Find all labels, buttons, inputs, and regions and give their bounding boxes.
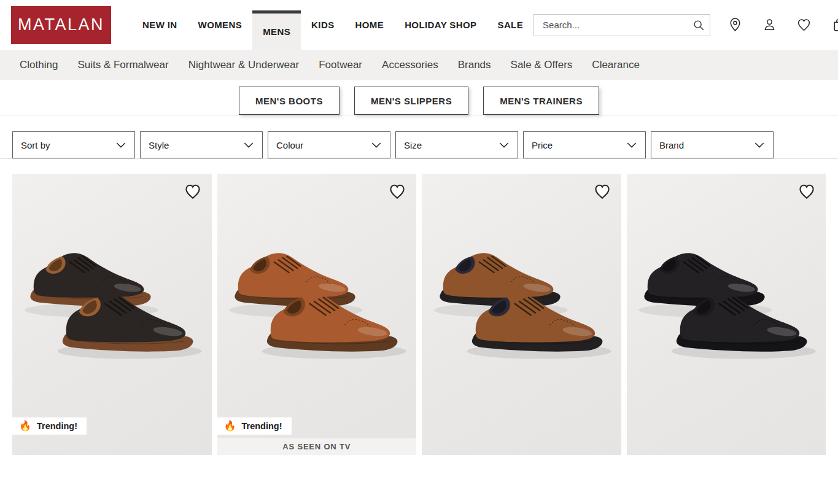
subnav-item-clearance[interactable]: Clearance (582, 59, 650, 71)
product-card-2[interactable]: 🔥 Trending! AS SEEN ON TV (217, 174, 417, 455)
wishlist-heart-button[interactable] (388, 182, 408, 201)
filter-dropdown-size[interactable]: Size (395, 131, 518, 158)
category-button-men-s-trainers[interactable]: MEN'S TRAINERS (483, 87, 599, 115)
category-button-row: MEN'S BOOTSMEN'S SLIPPERSMEN'S TRAINERS (0, 87, 838, 115)
brogue-shoes-image (20, 241, 204, 360)
trending-badge: 🔥 Trending! (217, 417, 292, 435)
chevron-down-icon (755, 142, 764, 148)
subnav-item-accessories[interactable]: Accessories (372, 59, 448, 71)
heart-icon (797, 182, 816, 201)
filter-label: Price (532, 140, 553, 150)
filter-dropdown-style[interactable]: Style (140, 131, 263, 158)
subnav-item-clothing[interactable]: Clothing (10, 59, 68, 71)
subnav-item-sale-offers[interactable]: Sale & Offers (501, 59, 583, 71)
site-header: MATALAN NEW INWOMENSMENSKIDSHOMEHOLIDAY … (0, 0, 838, 50)
account-button[interactable] (762, 17, 778, 33)
divider (0, 158, 838, 159)
nav-tab-kids[interactable]: KIDS (301, 0, 344, 50)
heart-icon (388, 182, 406, 201)
nav-tab-home[interactable]: HOME (345, 0, 395, 50)
brogue-shoes-image (225, 241, 408, 360)
heart-icon (184, 182, 202, 201)
category-button-men-s-slippers[interactable]: MEN'S SLIPPERS (354, 87, 468, 115)
nav-tab-holiday-shop[interactable]: HOLIDAY SHOP (394, 0, 487, 50)
subnav-item-suits-formalwear[interactable]: Suits & Formalwear (68, 59, 178, 71)
trending-label: Trending! (37, 421, 77, 431)
nav-tab-label: HOME (355, 20, 384, 30)
trending-label: Trending! (241, 421, 282, 431)
nav-tab-label: HOLIDAY SHOP (405, 20, 476, 30)
filter-label: Brand (659, 140, 684, 150)
category-subnav: ClothingSuits & FormalwearNightwear & Un… (0, 50, 838, 80)
chevron-down-icon (244, 142, 254, 148)
filter-label: Style (149, 140, 169, 150)
brogue-shoes-image (430, 241, 613, 360)
subnav-item-footwear[interactable]: Footwear (309, 59, 372, 71)
brogue-shoes-image (634, 241, 818, 360)
nav-tab-new-in[interactable]: NEW IN (132, 0, 188, 50)
chevron-down-icon (116, 142, 126, 148)
filter-label: Colour (276, 140, 303, 150)
nav-tab-womens[interactable]: WOMENS (188, 0, 253, 50)
matalan-logo[interactable]: MATALAN (11, 6, 111, 44)
filter-label: Sort by (21, 140, 50, 150)
search-input[interactable] (533, 14, 710, 36)
bag-icon (831, 17, 838, 33)
divider (0, 115, 838, 115)
store-locator-icon (727, 17, 743, 33)
store-locator-button[interactable] (727, 17, 743, 33)
filter-dropdown-brand[interactable]: Brand (651, 131, 774, 158)
filter-row: Sort byStyleColourSizePriceBrand (12, 131, 826, 158)
filter-dropdown-price[interactable]: Price (523, 131, 646, 158)
fire-emoji-icon: 🔥 (224, 421, 236, 431)
wishlist-heart-button[interactable] (593, 182, 613, 201)
chevron-down-icon (499, 142, 509, 148)
fire-emoji-icon: 🔥 (19, 421, 31, 431)
nav-tab-label: SALE (497, 20, 523, 30)
subnav-item-nightwear-underwear[interactable]: Nightwear & Underwear (179, 59, 309, 71)
nav-tab-label: MENS (263, 26, 290, 37)
search-wrap (533, 14, 710, 36)
wishlist-heart-button[interactable] (797, 182, 817, 201)
nav-tab-sale[interactable]: SALE (487, 0, 533, 50)
account-icon (762, 17, 777, 33)
wishlist-heart-button[interactable] (184, 182, 203, 201)
primary-nav: NEW INWOMENSMENSKIDSHOMEHOLIDAY SHOPSALE (132, 0, 533, 50)
category-button-men-s-boots[interactable]: MEN'S BOOTS (239, 87, 339, 115)
search-icon (692, 18, 705, 32)
nav-tab-label: KIDS (311, 20, 334, 30)
heart-icon (593, 182, 611, 201)
product-grid: 🔥 Trending! 🔥 Trending! AS SEEN ON TV (12, 174, 826, 455)
wishlist-button[interactable] (796, 17, 812, 33)
product-card-4[interactable] (627, 174, 826, 455)
as-seen-on-tv-banner: AS SEEN ON TV (217, 438, 417, 455)
wishlist-icon (796, 17, 812, 33)
trending-badge: 🔥 Trending! (12, 417, 87, 435)
chevron-down-icon (371, 142, 381, 148)
header-icons: 0 (727, 17, 838, 33)
bag-button[interactable]: 0 (831, 17, 838, 33)
search-button[interactable] (691, 17, 707, 33)
filter-dropdown-sort-by[interactable]: Sort by (12, 131, 135, 158)
nav-tab-label: NEW IN (142, 20, 177, 30)
subnav-item-brands[interactable]: Brands (448, 59, 501, 71)
filter-dropdown-colour[interactable]: Colour (268, 131, 390, 158)
nav-tab-label: WOMENS (198, 20, 242, 30)
nav-tab-mens[interactable]: MENS (252, 10, 301, 50)
product-card-3[interactable] (422, 174, 621, 455)
product-card-1[interactable]: 🔥 Trending! (12, 174, 212, 455)
filter-label: Size (404, 140, 422, 150)
chevron-down-icon (627, 142, 637, 148)
